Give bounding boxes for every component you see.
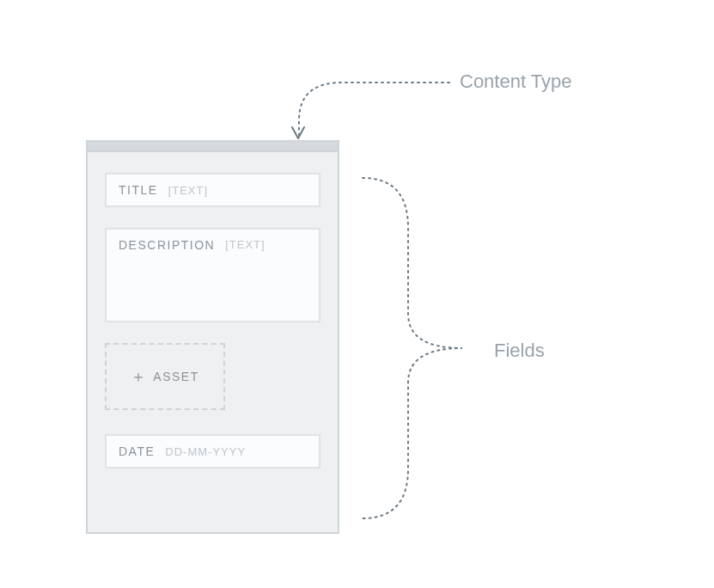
plus-icon: ＋ [131, 369, 146, 384]
content-type-panel: TITLE [TEXT] DESCRIPTION [TEXT] ＋ ASSET … [86, 140, 339, 534]
field-hint: DD-MM-YYYY [165, 445, 246, 458]
brace-fields [361, 176, 464, 520]
field-hint: [TEXT] [225, 238, 265, 251]
field-date: DATE DD-MM-YYYY [105, 434, 320, 469]
diagram-canvas: Content Type TITLE [TEXT] DESCRIPTION [T… [0, 0, 714, 588]
field-label: DESCRIPTION [119, 238, 215, 252]
panel-body: TITLE [TEXT] DESCRIPTION [TEXT] ＋ ASSET … [88, 152, 338, 510]
field-label: ASSET [153, 370, 198, 383]
arrowhead-icon [291, 122, 305, 139]
arrow-content-type [290, 69, 462, 146]
annotation-fields: Fields [494, 340, 545, 362]
field-title: TITLE [TEXT] [105, 173, 320, 207]
field-hint: [TEXT] [168, 184, 208, 197]
panel-titlebar [88, 142, 338, 152]
field-label: DATE [119, 444, 155, 458]
annotation-content-type: Content Type [460, 70, 571, 93]
field-asset: ＋ ASSET [105, 343, 225, 410]
field-label: TITLE [119, 183, 158, 197]
field-description: DESCRIPTION [TEXT] [105, 228, 320, 322]
